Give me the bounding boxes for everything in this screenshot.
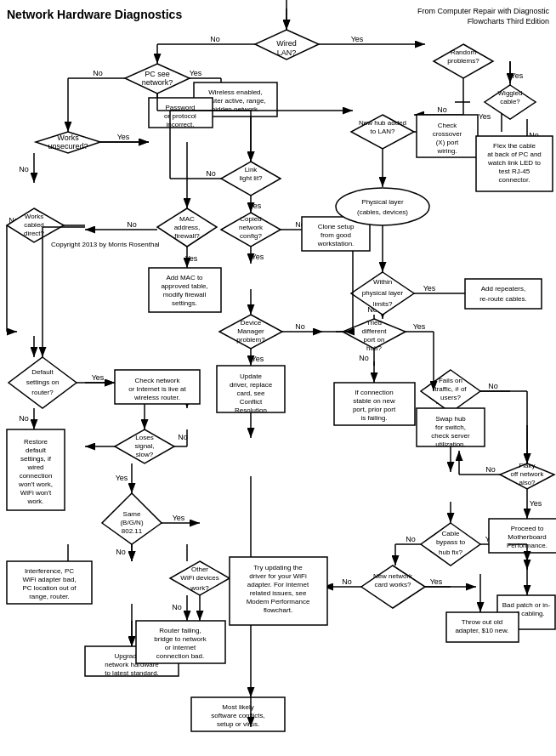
svg-text:(cables, devices): (cables, devices) [357, 208, 408, 216]
svg-text:Yes: Yes [117, 133, 130, 141]
svg-text:Device: Device [241, 319, 262, 327]
svg-text:Conflict: Conflict [240, 398, 263, 406]
svg-text:adapter. For Internet: adapter. For Internet [247, 581, 309, 588]
svg-text:No: No [127, 220, 137, 229]
svg-text:Wiggled: Wiggled [498, 89, 523, 97]
svg-text:driver for your WiFi: driver for your WiFi [249, 572, 307, 580]
svg-text:Works: Works [57, 134, 79, 142]
svg-text:Yes: Yes [430, 577, 443, 586]
svg-text:modify firewall: modify firewall [163, 291, 207, 298]
svg-text:port, prior port: port, prior port [353, 406, 396, 413]
svg-text:Fails on: Fails on [439, 377, 462, 384]
svg-text:connector.: connector. [499, 176, 530, 184]
svg-text:No: No [210, 35, 220, 43]
svg-text:Restore: Restore [24, 438, 48, 446]
svg-text:traffic, # of: traffic, # of [434, 385, 467, 393]
svg-text:problems?: problems? [447, 57, 479, 65]
svg-text:No: No [437, 105, 447, 114]
svg-text:or Internet: or Internet [165, 644, 196, 651]
svg-text:Yes: Yes [249, 202, 262, 210]
svg-text:bridge to network: bridge to network [154, 635, 207, 643]
svg-text:software conflicts,: software conflicts, [211, 712, 265, 719]
svg-text:Clone setup: Clone setup [318, 223, 355, 230]
svg-text:Works: Works [25, 213, 44, 220]
svg-text:Router failing,: Router failing, [159, 627, 201, 634]
svg-text:limits?: limits? [373, 300, 393, 308]
svg-text:range, router.: range, router. [29, 593, 70, 600]
svg-text:to latest standard.: to latest standard. [105, 669, 159, 677]
svg-text:Swap hub: Swap hub [435, 415, 466, 423]
svg-text:also?: also? [519, 479, 536, 486]
svg-text:(X) port: (X) port [436, 139, 459, 146]
svg-text:won't work,: won't work, [18, 480, 53, 488]
svg-text:Same: Same [123, 510, 141, 518]
svg-text:No: No [295, 322, 305, 331]
svg-text:Cable: Cable [442, 530, 460, 537]
svg-text:Yes: Yes [185, 254, 198, 263]
svg-text:to LAN?: to LAN? [371, 128, 395, 135]
svg-text:No: No [19, 414, 29, 423]
svg-text:card works?: card works? [374, 581, 411, 588]
svg-text:If connection: If connection [355, 389, 393, 396]
svg-text:unsecured?: unsecured? [48, 142, 88, 151]
svg-text:port on: port on [364, 336, 385, 344]
svg-text:at back of PC and: at back of PC and [487, 151, 542, 158]
svg-text:New hub added: New hub added [359, 119, 406, 127]
svg-text:No: No [406, 535, 416, 543]
svg-text:or protocol: or protocol [164, 112, 196, 120]
svg-text:New network: New network [373, 572, 413, 580]
svg-text:802.11: 802.11 [122, 527, 143, 535]
svg-text:Within: Within [373, 278, 392, 286]
svg-text:check server: check server [431, 432, 470, 440]
svg-text:from good: from good [321, 231, 351, 239]
svg-text:cabled: cabled [24, 221, 44, 229]
svg-text:Check network: Check network [135, 377, 181, 384]
svg-text:settings.: settings. [172, 299, 197, 307]
svg-text:workstation.: workstation. [317, 240, 355, 247]
svg-text:Yes: Yes [252, 355, 264, 363]
svg-text:Loses: Loses [135, 434, 153, 441]
svg-text:Motherboard: Motherboard [508, 533, 546, 541]
svg-text:Random: Random [451, 48, 477, 56]
svg-text:Tried: Tried [366, 319, 382, 327]
svg-text:address,: address, [174, 224, 201, 231]
svg-text:Wireless enabled,: Wireless enabled, [208, 88, 263, 96]
svg-text:Interference, PC: Interference, PC [25, 567, 74, 575]
svg-text:(B/G/N): (B/G/N) [120, 519, 143, 526]
svg-text:Yes: Yes [173, 514, 185, 522]
svg-text:slow?: slow? [136, 451, 154, 458]
svg-text:Manager: Manager [237, 327, 264, 335]
svg-text:hub fix?: hub fix? [439, 549, 463, 556]
svg-text:Yes: Yes [511, 71, 524, 80]
svg-text:wired: wired [26, 463, 43, 471]
svg-text:PC see: PC see [145, 70, 170, 78]
svg-text:flowchart.: flowchart. [264, 606, 292, 614]
svg-text:WiFi won't: WiFi won't [20, 489, 52, 497]
svg-text:Yes: Yes [116, 474, 128, 482]
svg-text:network?: network? [142, 78, 173, 87]
svg-text:users?: users? [440, 394, 462, 401]
svg-text:Yes: Yes [530, 499, 542, 508]
svg-text:problem?: problem? [236, 336, 265, 344]
svg-text:Add MAC to: Add MAC to [166, 274, 203, 281]
flowchart-container: Network Hardware Diagnostics From Comput… [0, 0, 556, 756]
svg-text:Default: Default [31, 368, 54, 376]
svg-text:Physical layer: Physical layer [361, 198, 404, 206]
svg-text:physical layer: physical layer [362, 289, 404, 297]
svg-text:Check: Check [438, 122, 458, 129]
svg-text:cable?: cable? [500, 98, 520, 105]
svg-text:hidden network.: hidden network. [212, 105, 259, 113]
svg-text:off network: off network [511, 470, 545, 478]
physical-layer-oval [336, 188, 429, 225]
svg-text:No: No [488, 382, 498, 390]
svg-text:Copied: Copied [240, 215, 261, 223]
svg-text:light lit?: light lit? [239, 174, 263, 182]
svg-text:settings, if: settings, if [20, 455, 52, 463]
svg-text:for switch,: for switch, [435, 423, 466, 431]
svg-text:work.: work. [26, 497, 43, 505]
svg-text:No: No [19, 165, 29, 173]
svg-text:connection bad.: connection bad. [156, 652, 205, 660]
svg-text:connection: connection [20, 472, 53, 480]
svg-text:wireless router.: wireless router. [133, 394, 180, 401]
svg-text:driver, replace: driver, replace [230, 381, 273, 389]
